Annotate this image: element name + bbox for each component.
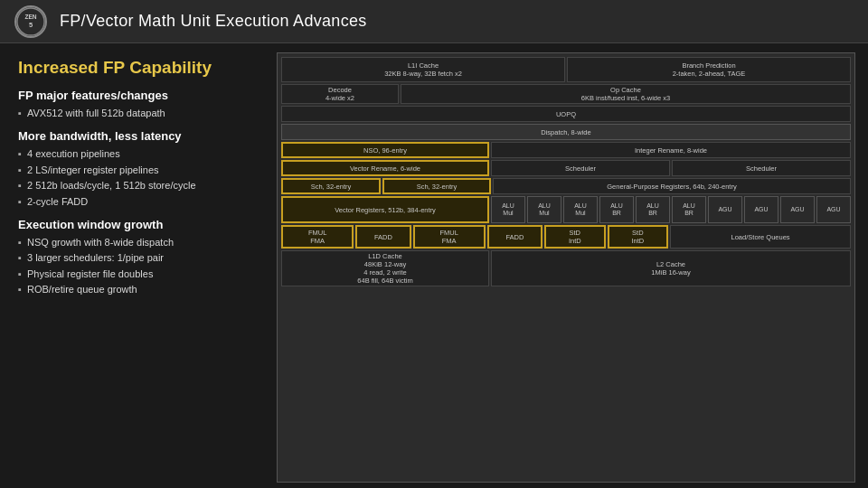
agu2: AGU bbox=[744, 196, 778, 223]
right-panel: L1I Cache 32KB 8-way, 32B fetch x2 Branc… bbox=[271, 43, 868, 488]
alu-br3: ALU BR bbox=[672, 196, 706, 223]
cpu-row-7: Sch, 32-entry Sch, 32-entry General-Purp… bbox=[281, 178, 851, 194]
fp-features-title: FP major features/changes bbox=[18, 89, 253, 102]
agu1: AGU bbox=[708, 196, 742, 223]
sch-right-block: Sch, 32-entry bbox=[382, 178, 491, 194]
load-store-block: Load/Store Queues bbox=[670, 225, 851, 249]
vec-regs-block: Vector Registers, 512b, 384-entry bbox=[281, 196, 489, 223]
op-cache-block: Op Cache 6KB inst/fused inst, 6-wide x3 bbox=[401, 84, 851, 104]
fmul-fma2: FMUL FMA bbox=[413, 225, 486, 249]
fmul-fma1: FMUL FMA bbox=[281, 225, 354, 249]
l2-cache-block: L2 Cache 1MiB 16-way bbox=[491, 250, 851, 286]
branch-pred-block: Branch Prediction 2-taken, 2-ahead, TAGE bbox=[567, 57, 851, 82]
alu-br1: ALU BR bbox=[599, 196, 634, 223]
execution-item-2: 3 larger schedulers: 1/pipe pair bbox=[18, 251, 253, 265]
execution-item-4: ROB/retire queue growth bbox=[18, 283, 253, 296]
execution-item-3: Physical register file doubles bbox=[18, 267, 253, 281]
std-intd2: StD IntD bbox=[608, 225, 669, 249]
gp-regs-block: General-Purpose Registers, 64b, 240-entr… bbox=[493, 178, 851, 194]
execution-title: Execution window growth bbox=[18, 218, 253, 231]
uopq-block: UOPQ bbox=[281, 106, 851, 122]
nso-block: NSO, 96-entry bbox=[281, 142, 489, 158]
alu-mul1: ALU Mul bbox=[491, 196, 525, 223]
dispatch-block: Dispatch, 8-wide bbox=[281, 124, 851, 140]
cpu-row-8: Vector Registers, 512b, 384-entry ALU Mu… bbox=[281, 196, 851, 223]
vector-rename-block: Vector Rename, 6-wide bbox=[281, 160, 489, 176]
bandwidth-item-3: 2 512b loads/cycle, 1 512b store/cycle bbox=[18, 179, 253, 192]
l1i-cache-block: L1I Cache 32KB 8-way, 32B fetch x2 bbox=[281, 57, 565, 82]
cpu-row-1: L1I Cache 32KB 8-way, 32B fetch x2 Branc… bbox=[281, 57, 851, 82]
bandwidth-item-4: 2-cycle FADD bbox=[18, 195, 253, 209]
agu3: AGU bbox=[780, 196, 815, 223]
svg-text:5: 5 bbox=[29, 20, 33, 28]
fp-features-list: AVX512 with full 512b datapath bbox=[18, 107, 253, 120]
alu-mul2: ALU Mul bbox=[527, 196, 561, 223]
bandwidth-item-2: 2 LS/integer register pipelines bbox=[18, 164, 253, 177]
left-panel: Increased FP Capability FP major feature… bbox=[0, 43, 271, 488]
cpu-row-3: UOPQ bbox=[281, 106, 851, 122]
agu4: AGU bbox=[816, 196, 851, 223]
main-content: Increased FP Capability FP major feature… bbox=[0, 43, 868, 488]
fp-item-1: AVX512 with full 512b datapath bbox=[18, 107, 253, 120]
execution-list: NSQ growth with 8-wide dispatch 3 larger… bbox=[18, 236, 253, 297]
header-title: FP/Vector Math Unit Execution Advances bbox=[60, 12, 367, 31]
section-title: Increased FP Capability bbox=[18, 58, 253, 78]
execution-item-1: NSQ growth with 8-wide dispatch bbox=[18, 236, 253, 249]
sch-left-block: Sch, 32-entry bbox=[281, 178, 381, 194]
fadd2: FADD bbox=[487, 225, 542, 249]
cpu-row-5: NSO, 96-entry Integer Rename, 8-wide bbox=[281, 142, 851, 158]
header: ZEN 5 FP/Vector Math Unit Execution Adva… bbox=[0, 0, 868, 43]
cpu-row-2: Decode 4-wide x2 Op Cache 6KB inst/fused… bbox=[281, 84, 851, 104]
alu-mul3: ALU Mul bbox=[563, 196, 598, 223]
std-intd1: StD IntD bbox=[544, 225, 606, 249]
bandwidth-item-1: 4 execution pipelines bbox=[18, 147, 253, 161]
cpu-row-10: L1D Cache 48KiB 12-way 4 read, 2 write 6… bbox=[281, 250, 851, 286]
fadd1: FADD bbox=[355, 225, 410, 249]
zen-logo: ZEN 5 bbox=[14, 5, 47, 38]
scheduler-l-block: Scheduler bbox=[491, 160, 670, 176]
decode-block: Decode 4-wide x2 bbox=[281, 84, 399, 104]
int-rename-block: Integer Rename, 8-wide bbox=[491, 142, 851, 158]
bandwidth-list: 4 execution pipelines 2 LS/integer regis… bbox=[18, 147, 253, 209]
bandwidth-title: More bandwidth, less latency bbox=[18, 129, 253, 143]
cpu-row-6: Vector Rename, 6-wide Scheduler Schedule… bbox=[281, 160, 851, 176]
scheduler-r-block: Scheduler bbox=[672, 160, 851, 176]
cpu-diagram: L1I Cache 32KB 8-way, 32B fetch x2 Branc… bbox=[277, 52, 855, 483]
cpu-row-9: FMUL FMA FADD FMUL FMA FADD StD IntD StD… bbox=[281, 225, 851, 249]
cpu-row-4: Dispatch, 8-wide bbox=[281, 124, 851, 140]
l1d-cache-block: L1D Cache 48KiB 12-way 4 read, 2 write 6… bbox=[281, 250, 489, 286]
alu-br2: ALU BR bbox=[636, 196, 670, 223]
svg-text:ZEN: ZEN bbox=[24, 14, 36, 20]
